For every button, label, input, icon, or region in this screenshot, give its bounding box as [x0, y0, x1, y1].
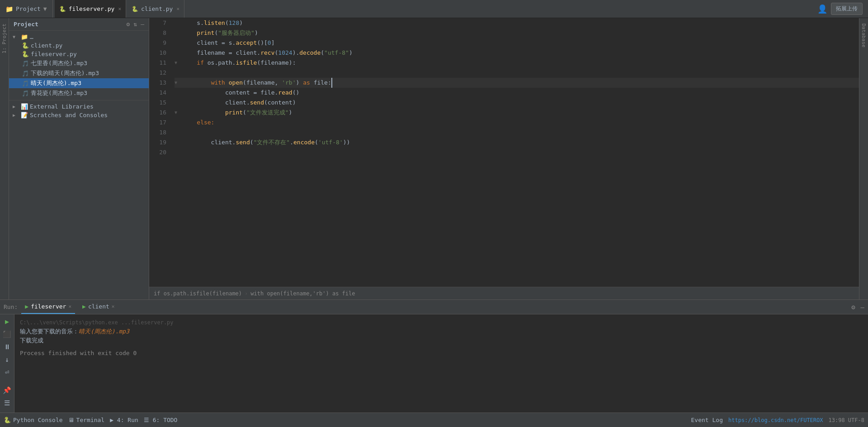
client-tab-label: client.py	[141, 5, 173, 12]
run-stop-btn[interactable]: ⬛	[2, 329, 13, 340]
url-label: https://blog.csdn.net/FUTEROX	[728, 417, 823, 423]
tree-item-client[interactable]: 🐍 client.py	[9, 41, 149, 50]
fold-15[interactable]	[175, 98, 182, 108]
run-tab-client-icon: ▶	[82, 303, 86, 310]
tree-label-fileserver: fileserver.py	[31, 51, 77, 57]
fold-18[interactable]	[175, 128, 182, 138]
project-tree: Project ⚙ ⇅ — ▼ 📁 … 🐍 client.py 🐍 f	[9, 18, 149, 299]
run-pause-btn[interactable]: ⏸	[2, 342, 13, 352]
line-numbers: 7 8 9 10 11 12 13 14 15 16 17 18 19 20	[149, 18, 171, 287]
tree-item-fileserver[interactable]: 🐍 fileserver.py	[9, 50, 149, 58]
run-soft-wrap-btn[interactable]: ⏎	[2, 367, 13, 378]
tree-label-mp3-1: 七里香(周杰伦).mp3	[31, 59, 87, 67]
run-output[interactable]: C:\...\venv\Scripts\python.exe ...filese…	[14, 314, 868, 413]
tree-file-icon-mp3-2: 🎵	[22, 70, 29, 77]
python-console-icon: 🐍	[4, 417, 11, 423]
user-icon: 👤	[817, 4, 827, 14]
fold-12[interactable]	[175, 68, 182, 78]
terminal-icon: 🖥	[68, 417, 74, 423]
code-line-14: content = file.read()	[175, 88, 859, 98]
run-pin-btn[interactable]: 📌	[2, 385, 13, 396]
tree-item-scratches[interactable]: ▶ 📝 Scratches and Consoles	[9, 111, 149, 119]
project-tree-title: Project	[14, 21, 38, 28]
code-area[interactable]: s.listen(128) print("服务器启动") client = s.…	[171, 18, 859, 287]
fileserver-tab-close[interactable]: ✕	[118, 6, 121, 12]
tab-fileserver[interactable]: 🐍 fileserver.py ✕	[55, 0, 126, 18]
tree-item-external[interactable]: ▶ 📊 External Libraries	[9, 102, 149, 111]
fold-16[interactable]: ▼	[175, 108, 182, 118]
run-btn-status[interactable]: ▶ 4: Run	[110, 417, 138, 423]
tree-file-icon-mp3-1: 🎵	[22, 60, 29, 67]
terminal-btn[interactable]: 🖥 Terminal	[68, 417, 105, 423]
breadcrumb-part2[interactable]: with open(filename,'rb') as file	[250, 290, 355, 297]
main-area: 1: Project Project ⚙ ⇅ — ▼ 📁 … 🐍 client.…	[0, 18, 868, 299]
client-tab-close[interactable]: ✕	[176, 6, 179, 12]
editor-area: 7 8 9 10 11 12 13 14 15 16 17 18 19 20	[149, 18, 859, 299]
python-console-btn[interactable]: 🐍 Python Console	[4, 417, 63, 423]
project-label: Project	[16, 5, 41, 12]
run-tab-fileserver[interactable]: ▶ fileserver ✕	[21, 300, 75, 314]
tree-collapse-icon[interactable]: —	[141, 21, 144, 28]
code-line-10: filename = client.recv(1024).decode("utf…	[175, 48, 859, 58]
coords-label: 13:98 UTF-8	[829, 417, 864, 423]
run-tab-client[interactable]: ▶ client ✕	[79, 300, 118, 314]
run-play-btn[interactable]: ▶	[2, 316, 13, 327]
tree-expand-icon[interactable]: ⇅	[133, 21, 137, 28]
tree-item-mp3-2[interactable]: 🎵 下载的晴天(周杰伦).mp3	[9, 68, 149, 78]
tree-settings-icon[interactable]: ⚙	[127, 21, 130, 28]
run-settings-icon[interactable]: ⚙	[851, 304, 855, 311]
fold-10[interactable]	[175, 48, 182, 58]
fold-7[interactable]	[175, 18, 182, 28]
project-tree-header: Project ⚙ ⇅ —	[9, 18, 149, 31]
terminal-label: Terminal	[76, 417, 105, 423]
tree-root-arrow: ▼	[13, 34, 19, 39]
tree-scratches-icon: 📝	[21, 112, 28, 119]
upload-btn[interactable]: 拓展上传	[831, 3, 863, 15]
code-line-20	[175, 147, 859, 157]
tree-item-mp3-1[interactable]: 🎵 七里香(周杰伦).mp3	[9, 58, 149, 68]
fileserver-tab-label: fileserver.py	[69, 5, 115, 12]
fold-11[interactable]: ▼	[175, 58, 182, 68]
run-tab-fileserver-close[interactable]: ✕	[68, 304, 71, 309]
right-panel-database-label[interactable]: Database	[860, 22, 868, 49]
event-log-btn[interactable]: Event Log	[691, 417, 723, 423]
tree-label-client: client.py	[31, 42, 62, 49]
todo-btn[interactable]: ☰ 6: TODO	[144, 417, 178, 423]
tree-label-mp3-3: 晴天(周杰伦).mp3	[31, 79, 81, 87]
tree-root-label: …	[30, 33, 33, 40]
fold-20[interactable]	[175, 147, 182, 157]
run-tab-client-label: client	[88, 303, 109, 310]
tree-item-mp3-4[interactable]: 🎵 青花瓷(周杰伦).mp3	[9, 88, 149, 98]
tree-external-icon: 📊	[21, 103, 28, 110]
project-selector[interactable]: 📁 Project ▼	[0, 0, 53, 18]
todo-label: ☰ 6: TODO	[144, 417, 178, 423]
tree-file-icon-mp3-3: 🎵	[22, 80, 29, 87]
run-settings2-btn[interactable]: ☰	[2, 398, 13, 408]
breadcrumb-part1[interactable]: if os.path.isfile(filename)	[154, 290, 242, 297]
run-tab-client-close[interactable]: ✕	[112, 304, 115, 309]
run-tabs-header: Run: ▶ fileserver ✕ ▶ client ✕ ⚙ —	[0, 300, 868, 314]
tree-root[interactable]: ▼ 📁 …	[9, 33, 149, 41]
tree-scratches-arrow: ▶	[13, 113, 19, 118]
fold-8[interactable]	[175, 28, 182, 38]
fold-17[interactable]	[175, 118, 182, 128]
tree-root-icon: 📁	[21, 33, 28, 40]
tree-file-icon-client: 🐍	[22, 42, 29, 49]
fold-13[interactable]: ▼	[175, 78, 182, 88]
bottom-area: Run: ▶ fileserver ✕ ▶ client ✕ ⚙ — ▶ ⬛ ⏸…	[0, 299, 868, 413]
left-panel-project-label[interactable]: 1: Project	[0, 22, 8, 55]
run-minimize-icon[interactable]: —	[861, 304, 864, 311]
fold-14[interactable]	[175, 88, 182, 98]
run-toolbar: ▶ ⬛ ⏸ ↓ ⏎ 📌 ☰ 🗑	[0, 314, 14, 413]
fold-19[interactable]	[175, 138, 182, 147]
code-line-13: ▼ with open(filename, 'rb') as file:	[175, 78, 859, 88]
tree-label-mp3-4: 青花瓷(周杰伦).mp3	[31, 89, 87, 97]
editor-content[interactable]: 7 8 9 10 11 12 13 14 15 16 17 18 19 20	[149, 18, 859, 287]
fold-9[interactable]	[175, 38, 182, 48]
breadcrumb-bar: if os.path.isfile(filename) › with open(…	[149, 287, 859, 299]
tree-item-mp3-3[interactable]: 🎵 晴天(周杰伦).mp3	[9, 78, 149, 88]
run-tab-fileserver-label: fileserver	[31, 303, 66, 310]
tab-client[interactable]: 🐍 client.py ✕	[127, 0, 184, 18]
code-line-9: client = s.accept()[0]	[175, 38, 859, 48]
run-scroll-down-btn[interactable]: ↓	[2, 354, 13, 365]
